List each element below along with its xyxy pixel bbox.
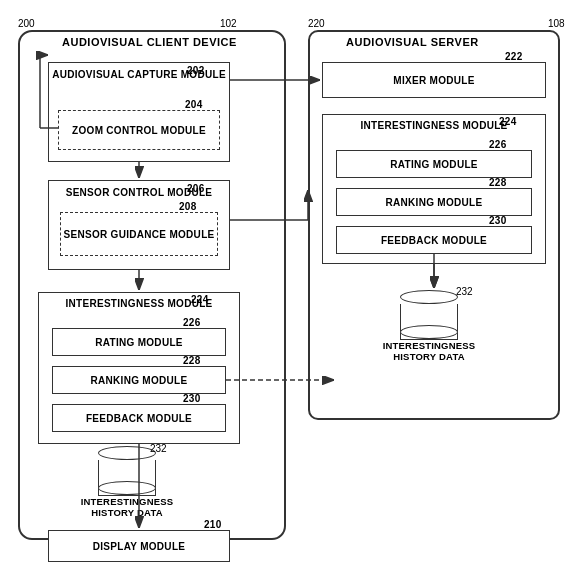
- ref-200: 200: [18, 18, 35, 29]
- diagram: 200 102 220 108 AUDIOVISUAL CLIENT DEVIC…: [0, 0, 578, 573]
- rating-module-left: RATING MODULE 226: [52, 328, 226, 356]
- server-label: AUDIOVISUAL SERVER: [346, 36, 479, 48]
- sensor-guidance-label: SENSOR GUIDANCE MODULE: [63, 229, 214, 240]
- ref-206: 206: [187, 183, 205, 194]
- ref-204: 204: [185, 99, 203, 110]
- db-left-bottom: [98, 481, 156, 495]
- mixer-label: MIXER MODULE: [393, 75, 474, 86]
- feedback-right-label: FEEDBACK MODULE: [381, 235, 487, 246]
- ranking-left-label: RANKING MODULE: [91, 375, 188, 386]
- ref-228-left: 228: [183, 355, 201, 366]
- db-right-body: [400, 304, 458, 340]
- rating-right-label: RATING MODULE: [390, 159, 478, 170]
- ref-230-left: 230: [183, 393, 201, 404]
- ref-102: 102: [220, 18, 237, 29]
- ranking-right-label: RANKING MODULE: [386, 197, 483, 208]
- display-label: DISPLAY MODULE: [93, 541, 186, 552]
- ref-232-right: 232: [456, 286, 473, 297]
- client-device-label: AUDIOVISUAL CLIENT DEVICE: [62, 36, 237, 48]
- ref-220: 220: [308, 18, 325, 29]
- db-right-label: INTERESTINGNESS HISTORY DATA: [374, 340, 484, 362]
- db-right-bottom: [400, 325, 458, 339]
- zoom-control-module: ZOOM CONTROL MODULE 204: [58, 110, 220, 150]
- feedback-module-right: FEEDBACK MODULE 230: [336, 226, 532, 254]
- ref-230-right: 230: [489, 215, 507, 226]
- sensor-guidance-module: SENSOR GUIDANCE MODULE 208: [60, 212, 218, 256]
- rating-left-label: RATING MODULE: [95, 337, 183, 348]
- zoom-control-label: ZOOM CONTROL MODULE: [72, 125, 206, 136]
- ref-224-left: 224: [191, 294, 209, 305]
- db-left-body: [98, 460, 156, 496]
- feedback-module-left: FEEDBACK MODULE 230: [52, 404, 226, 432]
- ref-228-right: 228: [489, 177, 507, 188]
- ref-224-right: 224: [499, 116, 517, 127]
- ref-226-right: 226: [489, 139, 507, 150]
- ref-210: 210: [204, 519, 222, 530]
- ref-202: 202: [187, 65, 205, 76]
- feedback-left-label: FEEDBACK MODULE: [86, 413, 192, 424]
- db-left: [98, 446, 156, 496]
- ranking-module-left: RANKING MODULE 228: [52, 366, 226, 394]
- rating-module-right: RATING MODULE 226: [336, 150, 532, 178]
- display-module: DISPLAY MODULE 210: [48, 530, 230, 562]
- ranking-module-right: RANKING MODULE 228: [336, 188, 532, 216]
- ref-208: 208: [179, 201, 197, 212]
- ref-108: 108: [548, 18, 565, 29]
- ref-222: 222: [505, 51, 523, 62]
- db-right: [400, 290, 458, 340]
- db-right-top: [400, 290, 458, 304]
- db-left-top: [98, 446, 156, 460]
- ref-226-left: 226: [183, 317, 201, 328]
- db-left-label: INTERESTINGNESS HISTORY DATA: [72, 496, 182, 518]
- mixer-module: MIXER MODULE 222: [322, 62, 546, 98]
- interestingness-left-label: INTERESTINGNESS MODULE: [39, 298, 239, 309]
- ref-232-left: 232: [150, 443, 167, 454]
